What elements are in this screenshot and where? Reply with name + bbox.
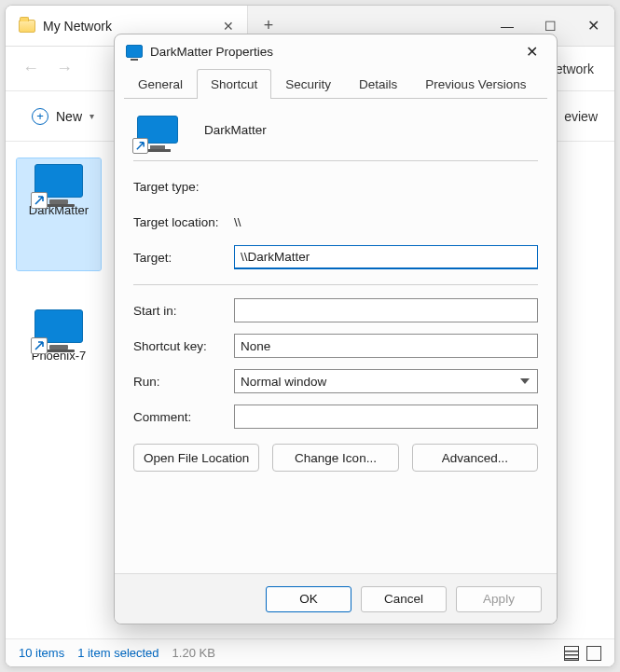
dialog-body: DarkMatter Target type: Target location:… [115, 99, 557, 573]
value-target-location: \\ [234, 215, 538, 229]
dialog-tabs: General Shortcut Security Details Previo… [115, 68, 557, 98]
chevron-down-icon: ▾ [90, 111, 94, 121]
row-target-type: Target type: [133, 172, 538, 200]
grid-item-darkmatter[interactable]: DarkMatter [17, 158, 101, 270]
label-target-location: Target location: [133, 215, 234, 229]
change-icon-button[interactable]: Change Icon... [272, 444, 398, 472]
shortcut-overlay-icon [31, 192, 48, 209]
label-target-type: Target type: [133, 180, 234, 194]
back-button[interactable]: ← [22, 59, 39, 78]
status-selection: 1 item selected [77, 646, 158, 660]
dialog-close-button[interactable]: ✕ [518, 39, 545, 64]
advanced-button[interactable]: Advanced... [412, 444, 538, 472]
apply-button[interactable]: Apply [456, 586, 542, 612]
toolbar-fragment: eview [564, 109, 598, 124]
tab-previous-versions[interactable]: Previous Versions [411, 69, 540, 99]
computer-icon [126, 45, 143, 58]
label-run: Run: [133, 375, 234, 389]
target-input[interactable] [234, 245, 538, 269]
label-shortcut-key: Shortcut key: [133, 339, 234, 353]
new-button-label: New [56, 109, 82, 124]
run-select[interactable]: Normal window [234, 369, 538, 393]
status-size: 1.20 KB [172, 646, 215, 660]
row-target-location: Target location: \\ [133, 208, 538, 236]
row-run: Run: Normal window [133, 367, 538, 395]
window-close-button[interactable]: ✕ [572, 6, 614, 47]
tab-details[interactable]: Details [345, 69, 411, 99]
new-button[interactable]: + New ▾ [22, 103, 103, 130]
dialog-titlebar: DarkMatter Properties ✕ [115, 34, 557, 68]
open-file-location-button[interactable]: Open File Location [133, 444, 259, 472]
tab-security[interactable]: Security [271, 69, 345, 99]
row-target: Target: [133, 243, 538, 271]
tab-shortcut[interactable]: Shortcut [197, 69, 271, 99]
dialog-title: DarkMatter Properties [150, 45, 273, 59]
row-shortcut-key: Shortcut key: [133, 332, 538, 360]
view-mode-switch [564, 646, 601, 661]
shortcut-overlay-icon [31, 337, 48, 354]
label-target: Target: [133, 251, 234, 265]
shortcut-action-row: Open File Location Change Icon... Advanc… [133, 444, 538, 472]
dialog-footer: OK Cancel Apply [115, 573, 557, 624]
comment-input[interactable] [234, 405, 538, 429]
forward-button[interactable]: → [56, 59, 73, 78]
new-tab-button[interactable]: + [248, 16, 289, 35]
folder-icon [19, 20, 35, 33]
divider [133, 160, 538, 161]
tab-title: My Network [43, 19, 112, 34]
row-comment: Comment: [133, 403, 538, 431]
divider [133, 284, 538, 285]
properties-dialog: DarkMatter Properties ✕ General Shortcut… [114, 34, 558, 624]
shortcut-name: DarkMatter [204, 123, 267, 137]
row-start-in: Start in: [133, 296, 538, 324]
tab-general[interactable]: General [124, 69, 197, 99]
start-in-input[interactable] [234, 298, 538, 322]
shortcut-overlay-icon [132, 138, 148, 154]
view-list-icon[interactable] [564, 646, 579, 661]
shortcut-header: DarkMatter [133, 112, 538, 157]
cancel-button[interactable]: Cancel [361, 586, 447, 612]
ok-button[interactable]: OK [266, 586, 351, 612]
label-comment: Comment: [133, 410, 234, 424]
plus-icon: + [32, 108, 48, 125]
label-start-in: Start in: [133, 304, 234, 318]
status-bar: 10 items 1 item selected 1.20 KB [6, 638, 614, 666]
status-count: 10 items [19, 646, 64, 660]
view-details-icon[interactable] [586, 646, 601, 661]
shortcut-key-input[interactable] [234, 334, 538, 358]
grid-item-phoenix7[interactable]: Phoenix-7 [17, 304, 101, 368]
tab-close-icon[interactable]: ✕ [223, 19, 234, 34]
